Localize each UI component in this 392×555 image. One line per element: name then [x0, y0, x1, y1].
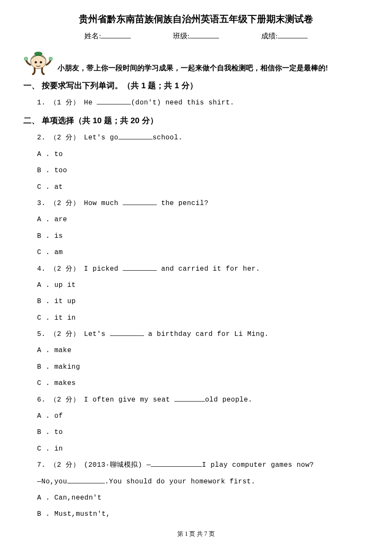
- q5-option-a: A . make: [37, 342, 369, 358]
- question-4: 4. （2 分） I picked and carried it for her…: [37, 261, 369, 277]
- q7-blank1[interactable]: [151, 460, 202, 467]
- q2-option-c: C . at: [37, 179, 369, 195]
- q4-option-c: C . it in: [37, 310, 369, 326]
- q2-option-b: B . too: [37, 162, 369, 179]
- class-label: 班级:: [173, 32, 190, 40]
- question-5: 5. （2 分） Let's a birthday card for Li Mi…: [37, 326, 369, 342]
- q6-prefix: 6. （2 分） I often give my seat: [37, 396, 174, 404]
- q4-option-a: A . up it: [37, 277, 369, 293]
- section-1-heading: 一、 按要求写出下列单词。（共 1 题；共 1 分）: [23, 80, 369, 91]
- q4-suffix: and carried it for her.: [157, 265, 260, 273]
- q7-option-a: A . Can,needn't: [37, 490, 369, 506]
- q1-blank[interactable]: [97, 98, 131, 104]
- q7-l2-prefix: —No,you: [37, 478, 67, 486]
- question-2: 2. （2 分） Let's goschool.: [37, 130, 369, 146]
- q7-blank2[interactable]: [67, 477, 105, 483]
- section-2-heading: 二、 单项选择（共 10 题；共 20 分）: [23, 115, 369, 126]
- page-footer: 第 1 页 共 7 页: [23, 530, 369, 538]
- question-6: 6. （2 分） I often give my seat old people…: [37, 392, 369, 408]
- svg-point-2: [35, 61, 37, 63]
- q6-option-a: A . of: [37, 408, 369, 424]
- q3-option-b: B . is: [37, 228, 369, 244]
- q6-blank[interactable]: [174, 395, 205, 401]
- page: 贵州省黔东南苗族侗族自治州英语五年级下册期末测试卷 姓名: 班级: 成绩:: [0, 0, 392, 546]
- encouragement-text: 小朋友，带上你一段时间的学习成果，一起来做个自我检测吧，相信你一定是最棒的!: [58, 63, 328, 76]
- question-7-line2: —No,you.You should do your homework firs…: [37, 474, 369, 490]
- question-7-line1: 7. （2 分） (2013·聊城模拟) —I play computer ga…: [37, 457, 369, 473]
- q1-suffix: (don't) need this shirt.: [131, 99, 234, 107]
- q7-l2-suffix: .You should do your homework first.: [105, 478, 256, 486]
- q5-suffix: a birthday card for Li Ming.: [144, 330, 269, 338]
- name-label: 姓名:: [84, 32, 101, 40]
- question-3: 3. （2 分） How much the pencil?: [37, 195, 369, 211]
- mascot-icon: [23, 46, 53, 76]
- q6-option-b: B . to: [37, 424, 369, 440]
- q7-l1-suffix: I play computer games now?: [202, 461, 314, 469]
- q2-option-a: A . to: [37, 146, 369, 162]
- q3-option-a: A . are: [37, 211, 369, 228]
- score-label: 成绩:: [261, 32, 278, 40]
- score-blank[interactable]: [278, 31, 308, 38]
- q4-prefix: 4. （2 分） I picked: [37, 265, 123, 273]
- q2-prefix: 2. （2 分） Let's go: [37, 134, 118, 142]
- q3-option-c: C . am: [37, 244, 369, 260]
- name-blank[interactable]: [101, 31, 131, 38]
- class-blank[interactable]: [189, 31, 219, 38]
- svg-point-1: [35, 52, 42, 55]
- intro-row: 小朋友，带上你一段时间的学习成果，一起来做个自我检测吧，相信你一定是最棒的!: [23, 46, 369, 76]
- student-info-row: 姓名: 班级: 成绩:: [23, 31, 369, 41]
- q4-blank[interactable]: [123, 264, 157, 270]
- question-1: 1. （1 分） He (don't) need this shirt.: [37, 95, 369, 111]
- q3-prefix: 3. （2 分） How much: [37, 199, 123, 207]
- q5-option-c: C . makes: [37, 375, 369, 391]
- q3-blank[interactable]: [123, 199, 157, 205]
- q2-suffix: school.: [153, 134, 183, 142]
- svg-point-4: [24, 57, 28, 61]
- q3-suffix: the pencil?: [157, 199, 208, 207]
- q6-suffix: old people.: [205, 396, 252, 404]
- q2-blank[interactable]: [118, 133, 153, 139]
- q5-option-b: B . making: [37, 359, 369, 375]
- svg-point-3: [40, 61, 42, 63]
- q6-option-c: C . in: [37, 441, 369, 457]
- q4-option-b: B . it up: [37, 293, 369, 309]
- q1-prefix: 1. （1 分） He: [37, 99, 97, 107]
- q7-option-b: B . Must,mustn't,: [37, 506, 369, 522]
- q7-l1-prefix: 7. （2 分） (2013·聊城模拟) —: [37, 461, 151, 469]
- q5-prefix: 5. （2 分） Let's: [37, 330, 110, 338]
- q5-blank[interactable]: [110, 330, 144, 336]
- svg-point-5: [49, 57, 52, 61]
- page-title: 贵州省黔东南苗族侗族自治州英语五年级下册期末测试卷: [23, 13, 369, 26]
